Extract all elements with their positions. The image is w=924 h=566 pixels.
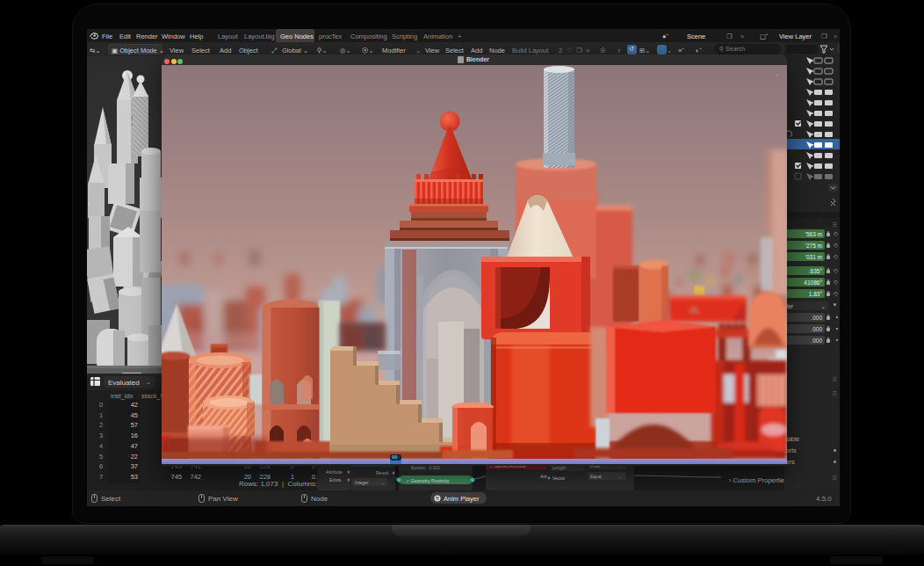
svg-text:Integer: Integer	[355, 480, 369, 485]
svg-text:Exists: Exists	[329, 477, 342, 483]
svg-text:Result: Result	[376, 470, 389, 475]
svg-text:⌄: ⌄	[618, 474, 622, 479]
svg-text:⌄: ⌄	[381, 480, 385, 485]
svg-text:✓ Geometry Proximity: ✓ Geometry Proximity	[406, 478, 450, 483]
svg-text:Vector: Vector	[552, 475, 566, 481]
svg-text:Equal: Equal	[590, 474, 602, 479]
svg-text:Attribute: Attribute	[326, 469, 343, 475]
